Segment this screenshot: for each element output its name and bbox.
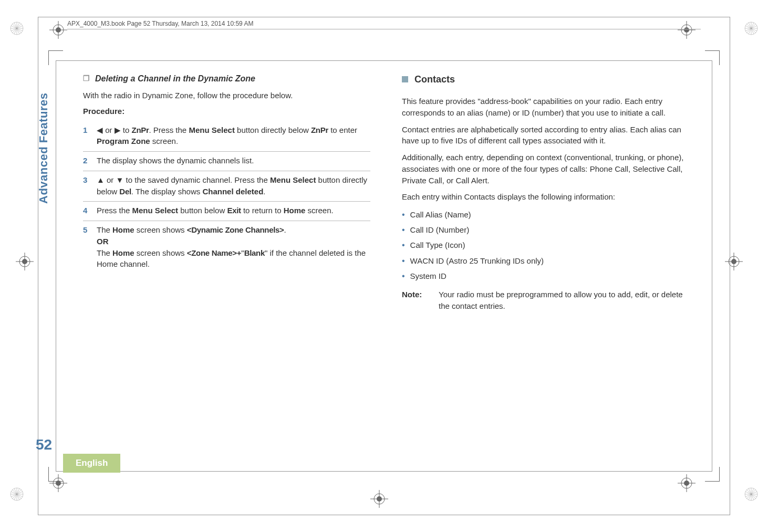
step-text: to [121,126,132,134]
registration-mark [16,253,43,280]
page-header-text: APX_4000_M3.book Page 52 Thursday, March… [67,20,253,27]
crop-mark [705,467,720,482]
note-label: Note: [402,289,439,312]
ui-label: <Zone Name>+ [187,248,242,257]
step-text: . [284,225,286,234]
step-body: ▲ or ▼ to the saved dynamic channel. Pre… [97,174,370,197]
step-text: . The display shows [131,187,203,196]
left-column: ❐ Deleting a Channel in the Dynamic Zone… [83,72,370,453]
crop-mark [705,50,720,65]
intro-text: With the radio in Dynamic Zone, follow t… [83,90,370,101]
procedure-step: 1 ◀ or ▶ to ZnPr. Press the Menu Select … [83,121,370,152]
document-icon: ❐ [83,73,90,84]
ui-label: Home [112,225,134,234]
subsection-text: Deleting a Channel in the Dynamic Zone [95,72,255,85]
ui-label: ZnPr [132,126,149,134]
ui-label: <Dynamic Zone Channels> [187,225,284,234]
section-heading: Contacts [402,72,689,86]
registration-mark [370,490,398,517]
side-tab-label: Advanced Features [37,93,50,204]
step-text: . Press the [149,126,189,134]
page-header-rule: APX_4000_M3.book Page 52 Thursday, March… [67,29,701,29]
paragraph: Contact entries are alphabetically sorte… [402,124,689,147]
step-text: Press the [97,206,132,215]
page-number: 52 [36,436,52,453]
ui-label: Menu Select [189,126,235,134]
procedure-step: 2 The display shows the dynamic channels… [83,152,370,171]
crop-mark [48,50,63,65]
step-body: Press the Menu Select button below Exit … [97,205,370,216]
step-body: ◀ or ▶ to ZnPr. Press the Menu Select bu… [97,124,370,148]
paragraph: This feature provides "address-book" cap… [402,96,689,119]
step-text: screen shows [134,225,187,234]
step-text: button directly below [235,126,311,134]
list-item: Call Type (Icon) [402,237,689,253]
procedure-step: 4 Press the Menu Select button below Exi… [83,202,370,221]
step-number: 4 [83,205,97,216]
starburst-icon [9,487,24,502]
registration-mark [678,21,705,48]
ui-label: Menu Select [270,175,316,184]
step-body: The Home screen shows <Dynamic Zone Chan… [97,224,370,270]
ui-label: Exit [227,206,241,215]
list-item: WACN ID (Astro 25 Trunking IDs only) [402,253,689,268]
square-bullet-icon [402,76,408,82]
starburst-icon [744,487,759,502]
note-text: Your radio must be preprogrammed to allo… [439,289,689,312]
step-text: to enter [328,126,357,134]
right-arrow-icon: ▶ [115,126,121,134]
step-text: to return to [241,206,284,215]
section-text: Contacts [414,72,455,86]
down-arrow-icon: ▼ [116,175,124,184]
registration-mark [678,474,705,502]
step-text: or [105,126,112,134]
bullet-list: Call Alias (Name) Call ID (Number) Call … [402,207,689,284]
registration-mark [49,474,77,502]
paragraph: Additionally, each entry, depending on c… [402,152,689,186]
ui-label: Menu Select [132,206,179,215]
step-text: The [97,248,112,257]
step-body: The display shows the dynamic channels l… [97,155,370,166]
right-column: Contacts This feature provides "address-… [402,72,689,453]
language-tab: English [63,454,120,473]
list-item: System ID [402,268,689,284]
procedure-step: 5 The Home screen shows <Dynamic Zone Ch… [83,221,370,274]
step-text: . [263,187,265,196]
starburst-icon [744,21,759,36]
ui-label: Home [112,248,134,257]
procedure-step: 3 ▲ or ▼ to the saved dynamic channel. P… [83,171,370,202]
ui-label: ZnPr [311,126,328,134]
or-label: OR [97,237,109,246]
ui-label: Blank [244,248,265,257]
registration-mark [725,253,752,280]
procedure-label: Procedure: [83,106,370,117]
note-block: Note: Your radio must be preprogrammed t… [402,289,689,312]
step-number: 1 [83,124,97,148]
step-text: screen. [305,206,333,215]
starburst-icon [9,21,24,36]
ui-label: Del [119,187,131,196]
step-text: screen shows [134,248,187,257]
step-number: 3 [83,174,97,197]
subsection-heading: ❐ Deleting a Channel in the Dynamic Zone [83,72,370,85]
left-arrow-icon: ◀ [97,126,103,134]
step-text: button below [178,206,227,215]
step-number: 5 [83,224,97,270]
ui-label: Home [284,206,306,215]
content-area: ❐ Deleting a Channel in the Dynamic Zone… [83,72,689,453]
paragraph: Each entry within Contacts displays the … [402,191,689,203]
ui-label: Channel deleted [202,187,263,196]
step-number: 2 [83,155,97,166]
step-text: to the saved dynamic channel. Press the [123,175,270,184]
up-arrow-icon: ▲ [97,175,105,184]
list-item: Call ID (Number) [402,222,689,237]
step-text: screen. [150,137,178,145]
ui-label: Program Zone [97,137,150,145]
list-item: Call Alias (Name) [402,207,689,222]
step-text: The [97,225,112,234]
step-text: or [107,175,113,184]
